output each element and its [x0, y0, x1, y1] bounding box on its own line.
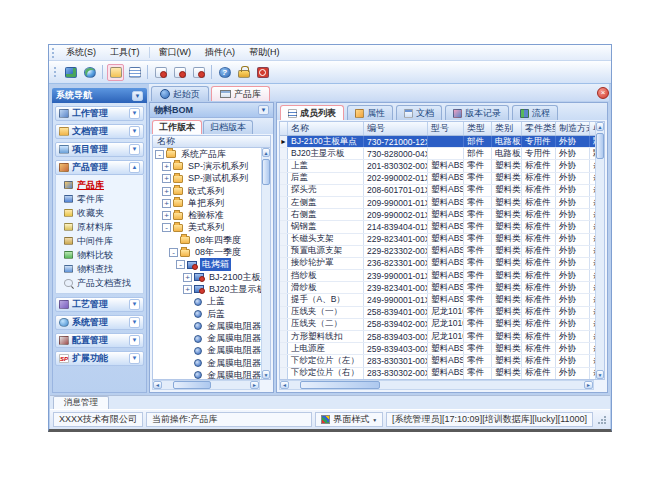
exit-button[interactable] [254, 64, 271, 81]
table-row[interactable]: BJ20主显示板730-828000-04X部件电路板专用件外协颗 [280, 148, 595, 160]
tree-vscroll-thumb[interactable] [262, 159, 270, 185]
sidebar-group-button[interactable]: 工艺管理▼ [55, 297, 144, 312]
menu-item[interactable]: 插件(A) [198, 45, 242, 60]
lock-button[interactable] [235, 64, 252, 81]
import-doc-button[interactable] [171, 64, 188, 81]
scroll-up-icon[interactable]: ▲ [596, 122, 604, 131]
sidebar-group-button[interactable]: 文档管理▼ [55, 124, 144, 139]
menu-item[interactable]: 窗口(W) [152, 45, 199, 60]
message-manager-tab[interactable]: 消息管理 [53, 396, 109, 409]
column-header[interactable]: 零件类型 [522, 122, 556, 135]
table-horizontal-scrollbar[interactable]: ◄ ► [279, 380, 594, 390]
table-row[interactable]: 左侧盖209-990001-01X塑料ABS零件塑料类标准件外协条 [280, 197, 595, 209]
close-icon[interactable]: × [597, 87, 609, 99]
sidebar-item[interactable]: 中间件库 [64, 234, 143, 248]
table-row[interactable]: ►BJ-2100主板单点730-721000-12X部件电路板专用件外协颗 [280, 136, 595, 148]
sidebar-item[interactable]: 物料查找 [64, 262, 143, 276]
chevron-down-icon[interactable]: ▼ [129, 353, 140, 364]
table-row[interactable]: 右侧盖209-990002-01X塑料ABS零件塑料类标准件外协条 [280, 209, 595, 221]
tree-node[interactable]: +SP-测试机系列 [153, 173, 261, 185]
table-row[interactable]: 挡纱板239-990001-01X塑料ABS零件塑料类标准件外协条 [280, 270, 595, 282]
content-tab[interactable]: 流程 [512, 105, 558, 120]
chevron-down-icon[interactable]: ▼ [129, 317, 140, 328]
pin-icon[interactable]: ▼ [258, 105, 269, 115]
table-vertical-scrollbar[interactable]: ▲ ▼ [595, 122, 604, 379]
menubar-drag-handle[interactable] [52, 48, 56, 58]
sidebar-menu-icon[interactable]: ▼ [132, 91, 143, 101]
collapse-icon[interactable]: - [162, 223, 171, 232]
expand-icon[interactable]: + [162, 187, 171, 196]
sidebar-group-button[interactable]: 产品管理▲ [55, 160, 144, 175]
table-row[interactable]: 压线夹（二）258-839402-00X尼龙1010零件塑料类标准件外协条 [280, 319, 595, 331]
tree-node[interactable]: +BJ20主显示板 [153, 283, 261, 295]
table-row[interactable]: 滑纱板239-823401-00X塑料ABS零件塑料类标准件外协条 [280, 282, 595, 294]
content-tab[interactable]: 版本记录 [445, 105, 509, 120]
tree-node[interactable]: -08年一季度 [153, 246, 261, 258]
tree-node[interactable]: +欧式系列 [153, 185, 261, 197]
product-library-button[interactable] [107, 64, 124, 81]
table-row[interactable]: 上电源座259-839403-00X塑料ABS零件塑料类标准件外协条 [280, 343, 595, 355]
version-tab[interactable]: 归档版本 [203, 120, 253, 134]
table-row[interactable]: 预置电源支架229-823302-00X塑料ABS零件塑料类标准件外协条 [280, 246, 595, 258]
expand-icon[interactable]: + [183, 285, 192, 294]
column-header[interactable]: 名称 [288, 122, 364, 135]
sidebar-item[interactable]: 产品库 [64, 178, 143, 192]
chevron-up-icon[interactable]: ▲ [129, 162, 140, 173]
tree-node[interactable]: -系统产品库 [153, 148, 261, 160]
chevron-down-icon[interactable]: ▼ [129, 299, 140, 310]
browser-button[interactable] [81, 64, 98, 81]
scroll-down-icon[interactable]: ▼ [262, 370, 270, 379]
sidebar-group-button[interactable]: 工作管理▼ [55, 106, 144, 121]
sidebar-item[interactable]: 物料比较 [64, 248, 143, 262]
sidebar-item[interactable]: 产品文档查找 [64, 276, 143, 290]
tree-node[interactable]: +金属膜电阻器 [153, 332, 261, 344]
table-vscroll-track[interactable] [596, 131, 604, 370]
chevron-down-icon[interactable]: ▼ [129, 335, 140, 346]
content-tab[interactable]: 文档 [396, 105, 442, 120]
table-row[interactable]: 下纱定位片（右）283-830302-00X塑料ABS零件塑料类标准件外协条 [280, 368, 595, 379]
collapse-icon[interactable]: - [176, 260, 185, 269]
tree-node[interactable]: +单把系列 [153, 197, 261, 209]
menu-item[interactable]: 系统(S) [59, 45, 103, 60]
table-row[interactable]: 压线夹（一）258-839401-00X尼龙1010零件塑料类标准件外协条 [280, 307, 595, 319]
expand-icon[interactable]: + [162, 162, 171, 171]
scroll-right-icon[interactable]: ► [584, 381, 593, 389]
tree-node[interactable]: +SP-演示机系列 [153, 160, 261, 172]
chevron-down-icon[interactable]: ▼ [129, 126, 140, 137]
scroll-up-icon[interactable]: ▲ [262, 148, 270, 157]
table-hscroll-thumb[interactable] [300, 381, 380, 389]
menu-item[interactable]: 帮助(H) [242, 45, 287, 60]
expand-icon[interactable]: + [162, 174, 171, 183]
table-row[interactable]: 长磁头支架229-823401-00X塑料ABS零件塑料类标准件外协条 [280, 234, 595, 246]
table-hscroll-track[interactable] [289, 381, 584, 389]
table-row[interactable]: 探头壳208-601701-01X塑料ABS零件塑料类标准件外协条 [280, 185, 595, 197]
content-tab[interactable]: 属性 [347, 105, 393, 120]
tree-node[interactable]: +金属膜电阻器 [153, 357, 261, 369]
sidebar-group-button[interactable]: 配置管理▼ [55, 333, 144, 348]
scroll-down-icon[interactable]: ▼ [596, 370, 604, 379]
version-tab[interactable]: 工作版本 [152, 120, 202, 134]
expand-icon[interactable]: + [162, 211, 171, 220]
tree-node[interactable]: +BJ-2100主板单点 [153, 271, 261, 283]
tree-hscroll-thumb[interactable] [173, 381, 211, 389]
expand-icon[interactable]: + [183, 273, 192, 282]
table-row[interactable]: 后盖202-990002-01X塑料ABS零件塑料类标准件外协条 [280, 173, 595, 185]
table-row[interactable]: 方形塑料线扣258-839403-00X尼龙1010零件塑料类标准件外协条 [280, 331, 595, 343]
chevron-down-icon[interactable]: ▼ [129, 144, 140, 155]
menu-item[interactable]: 工具(T) [103, 45, 147, 60]
doc-tab-inactive[interactable]: 起始页 [151, 86, 209, 101]
export-doc-button[interactable] [190, 64, 207, 81]
scroll-left-icon[interactable]: ◄ [280, 381, 289, 389]
collapse-icon[interactable]: - [169, 248, 178, 257]
tree-node[interactable]: +金属膜电阻器 [153, 345, 261, 357]
table-row[interactable]: 上盖201-830302-00X塑料ABS零件塑料类标准件外协条 [280, 160, 595, 172]
workspace-button[interactable] [62, 64, 79, 81]
sidebar-item[interactable]: 收藏夹 [64, 206, 143, 220]
table-row[interactable]: 锅钢盖214-839404-01X塑料ABS零件塑料类标准件外协条 [280, 221, 595, 233]
scroll-left-icon[interactable]: ◄ [153, 381, 162, 389]
tree-vertical-scrollbar[interactable]: ▲ ▼ [261, 148, 270, 379]
collapse-icon[interactable]: - [155, 150, 164, 159]
tree-horizontal-scrollbar[interactable]: ◄ ► [152, 380, 260, 390]
resize-grip[interactable] [597, 415, 607, 425]
scroll-right-icon[interactable]: ► [250, 381, 259, 389]
